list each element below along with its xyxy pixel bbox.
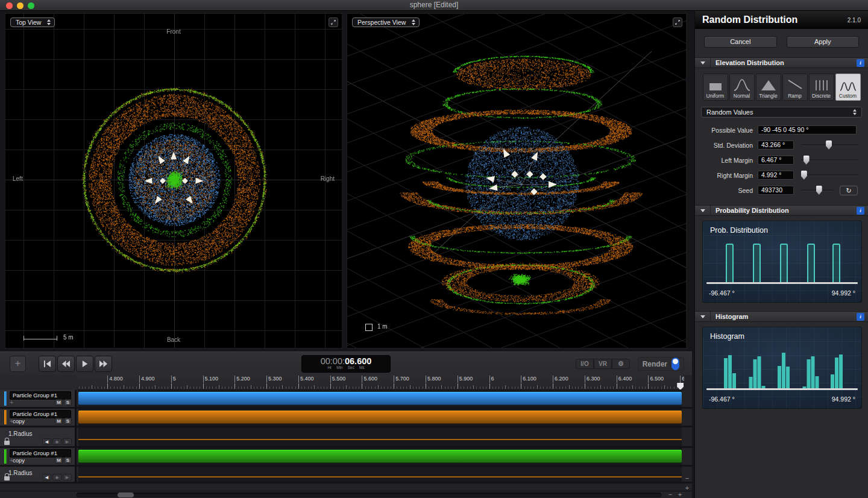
timecode-unit-label: Ms [359, 365, 365, 370]
play-button[interactable] [76, 356, 93, 372]
time-ruler[interactable]: 4.8004.90055.1005.2005.3005.4005.5005.60… [77, 375, 684, 390]
settings-button[interactable]: ⚙ [612, 359, 630, 369]
mode-button-uniform[interactable]: Uniform [703, 74, 728, 101]
horizontal-scrollbar[interactable] [77, 493, 661, 497]
expand-viewport-button[interactable] [329, 17, 338, 27]
field-value-input[interactable]: 43.266 ° [758, 140, 794, 150]
fast-forward-button[interactable] [95, 356, 112, 372]
slider-thumb[interactable] [816, 186, 822, 195]
rewind-button[interactable] [57, 356, 75, 372]
ruler-minor-tick [343, 386, 344, 389]
field-value-input[interactable]: -90 -45 0 45 90 ° [758, 125, 857, 134]
vr-button[interactable]: VR [594, 359, 612, 369]
probability-section-header[interactable]: Probability Distribution i [695, 205, 868, 216]
collapse-triangle-icon[interactable] [695, 312, 711, 321]
mute-button[interactable]: M [55, 457, 63, 464]
top-view-selector[interactable]: Top View [10, 17, 55, 27]
viewport-perspective[interactable]: Perspective View 1 m [347, 13, 687, 348]
collapse-triangle-icon[interactable] [695, 206, 711, 215]
render-toggle[interactable] [671, 358, 679, 370]
track-clip-bar[interactable] [78, 411, 682, 424]
collapse-triangle-icon[interactable] [695, 58, 711, 68]
go-to-start-button[interactable] [39, 356, 56, 372]
track-height-decrease-button[interactable]: − [684, 475, 691, 482]
perspective-view-selector[interactable]: Perspective View [352, 17, 420, 27]
refresh-seed-button[interactable]: ↻ [840, 186, 858, 195]
ruler-tick [234, 376, 235, 383]
solo-button[interactable]: S [64, 418, 72, 424]
render-button[interactable]: Render [638, 357, 684, 371]
track-header[interactable]: Particle Group #1 copy+MS [0, 448, 77, 465]
track-add-button[interactable]: + [10, 399, 13, 405]
solo-button[interactable]: S [64, 457, 72, 464]
slider-thumb[interactable] [804, 156, 810, 165]
timecode-hours-minutes: 00:00: [321, 356, 345, 366]
field-value-input[interactable]: 6.467 ° [758, 156, 794, 165]
field-slider[interactable] [801, 186, 834, 195]
mute-button[interactable]: M [55, 418, 63, 424]
field-value-input[interactable]: 493730 [758, 186, 794, 195]
track-header[interactable]: Particle Group #1 copy+MS [0, 409, 77, 426]
io-button[interactable]: I/O [576, 359, 594, 369]
histogram-bar [732, 373, 736, 388]
mode-button-ramp[interactable]: Ramp [782, 74, 808, 101]
track-lane[interactable] [78, 467, 682, 482]
track-clip-bar[interactable] [78, 392, 682, 405]
info-icon[interactable]: i [857, 59, 864, 67]
timeline-zoom-in-button[interactable]: + [676, 491, 684, 498]
parameter-track-name[interactable]: 1.Radius [8, 430, 32, 437]
random-values-dropdown[interactable]: Random Values [701, 107, 862, 118]
top-view-canvas[interactable] [5, 14, 342, 348]
perspective-view-selector-label: Perspective View [357, 19, 406, 26]
prev-keyframe-button[interactable]: ◀ [42, 438, 51, 445]
next-keyframe-button[interactable]: ▶ [63, 474, 72, 481]
ruler-minor-tick [464, 386, 464, 389]
solo-button[interactable]: S [64, 399, 72, 406]
parameter-curve-lane[interactable] [78, 429, 682, 440]
track-lane[interactable] [78, 409, 682, 426]
slider-thumb[interactable] [826, 140, 832, 150]
track-lane[interactable] [78, 390, 682, 407]
field-slider[interactable] [801, 140, 859, 150]
timecode-display[interactable]: 00:00:06.600 HrMinSecMs [301, 355, 391, 373]
scrollbar-thumb[interactable] [118, 493, 134, 497]
scale-label: 5 m [63, 334, 74, 341]
track-add-button[interactable]: + [10, 457, 13, 463]
playhead-marker[interactable] [677, 383, 684, 390]
field-value-input[interactable]: 4.992 ° [758, 171, 794, 180]
add-button[interactable]: + [10, 356, 26, 372]
next-keyframe-button[interactable]: ▶ [63, 438, 72, 445]
track-add-button[interactable]: + [10, 418, 13, 424]
mode-button-discrete[interactable]: Discrete [809, 74, 834, 101]
viewport-top-view[interactable]: Top View Front Back Left Right 5 m [5, 13, 342, 348]
perspective-canvas[interactable] [347, 14, 686, 348]
info-icon[interactable]: i [857, 313, 864, 321]
track-clip-bar[interactable] [78, 450, 682, 463]
apply-button[interactable]: Apply [787, 36, 860, 48]
info-icon[interactable]: i [857, 207, 864, 215]
parameter-curve-lane[interactable] [78, 468, 682, 478]
lock-icon[interactable] [4, 441, 10, 445]
ruler-minor-tick [203, 383, 204, 389]
elevation-section-header[interactable]: Elevation Distribution i [695, 57, 868, 68]
mode-button-triangle[interactable]: Triangle [756, 74, 781, 101]
mode-button-custom[interactable]: Custom [835, 74, 861, 101]
track-header[interactable]: 1.Radius◀◆▶ [0, 427, 77, 446]
track-header[interactable]: 1.Radius◀◆▶ [0, 467, 77, 482]
cancel-button[interactable]: Cancel [704, 36, 777, 48]
field-slider[interactable] [801, 156, 859, 165]
expand-viewport-button[interactable] [673, 17, 682, 27]
histogram-section-header[interactable]: Histogram i [695, 311, 868, 322]
mute-button[interactable]: M [55, 399, 63, 406]
lock-icon[interactable] [4, 476, 10, 481]
track-lane[interactable] [78, 448, 682, 465]
field-slider[interactable] [801, 171, 859, 180]
track-header[interactable]: Particle Group #1+MS [0, 390, 77, 407]
mode-button-normal[interactable]: Normal [729, 74, 755, 101]
slider-thumb[interactable] [801, 171, 807, 180]
track-lane[interactable] [78, 427, 682, 446]
add-keyframe-button[interactable]: ◆ [52, 438, 61, 445]
add-keyframe-button[interactable]: ◆ [52, 474, 61, 481]
timeline-zoom-out-button[interactable]: − [666, 491, 675, 498]
prev-keyframe-button[interactable]: ◀ [42, 474, 51, 481]
